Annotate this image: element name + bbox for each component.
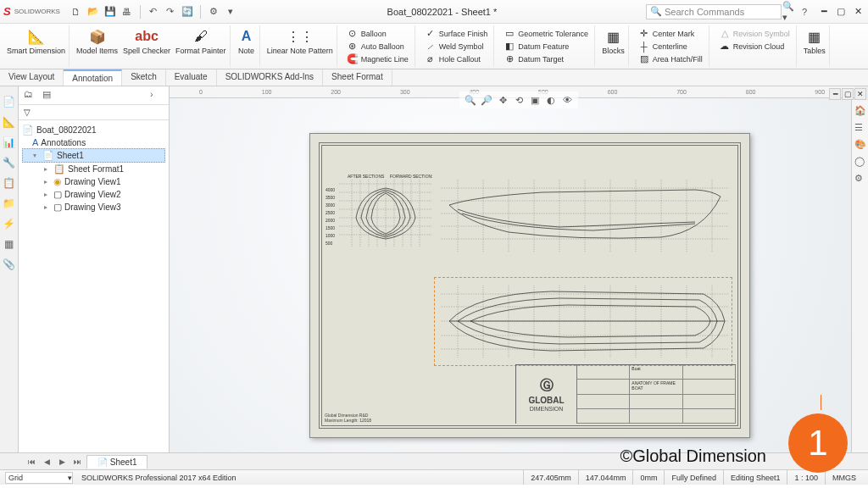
dropdown-icon[interactable]: ▾ xyxy=(223,4,238,19)
filter-icon[interactable]: ▽ xyxy=(24,108,31,117)
tree-root[interactable]: 📄Boat_08022021 xyxy=(22,124,165,136)
save-icon[interactable]: 💾 xyxy=(103,4,118,19)
datum-feature-button[interactable]: ◧Datum Feature xyxy=(501,40,591,53)
edition-label: SOLIDWORKS Professional 2017 x64 Edition xyxy=(81,474,236,482)
linear-note-pattern-button[interactable]: ⋮⋮Linear Note Pattern xyxy=(267,27,333,55)
ls-icon-4[interactable]: 🔧 xyxy=(3,156,16,169)
hole-callout-button[interactable]: ⌀Hole Callout xyxy=(422,53,491,65)
section-icon[interactable]: ▣ xyxy=(528,93,542,107)
help-icon[interactable]: ? xyxy=(797,4,812,19)
ls-icon-1[interactable]: 📄 xyxy=(3,95,16,108)
ls-icon-7[interactable]: ⚡ xyxy=(3,217,16,230)
weld-symbol-button[interactable]: ⟋Weld Symbol xyxy=(422,40,491,53)
tree-tab-config-icon[interactable]: ▤ xyxy=(42,89,56,103)
geometric-tolerance-button[interactable]: ▭Geometric Tolerance xyxy=(501,27,591,40)
sheet-nav-last-icon[interactable]: ⏭ xyxy=(71,456,83,468)
magnetic-line-button[interactable]: 🧲Magnetic Line xyxy=(344,53,411,65)
sheet-tab-1[interactable]: 📄 Sheet1 xyxy=(86,455,147,469)
surface-finish-button[interactable]: ✓Surface Finish xyxy=(422,27,491,40)
centerline-button[interactable]: ┼Centerline xyxy=(636,40,705,53)
revision-cloud-button[interactable]: ☁Revision Cloud xyxy=(716,40,793,53)
note-button[interactable]: ANote xyxy=(237,27,256,55)
blocks-button[interactable]: ▦Blocks xyxy=(602,27,625,55)
right-toolbar: 🏠 ☰ 🎨 ◯ ⚙ xyxy=(851,100,868,452)
rebuild-icon[interactable]: 🔄 xyxy=(180,4,195,19)
tree-view3[interactable]: ▸▢Drawing View3 xyxy=(22,201,165,214)
view-toolbar: 🔍 🔎 ✥ ⟲ ▣ ◐ 👁 xyxy=(459,92,578,108)
rs-home-icon[interactable]: 🏠 xyxy=(854,105,866,117)
print-icon[interactable]: 🖶 xyxy=(120,4,135,19)
drawing-view-sections[interactable]: AFTER SECTIONS FORWARD SECTIONS xyxy=(339,171,432,264)
ls-icon-2[interactable]: 📐 xyxy=(3,115,16,129)
tab-evaluate[interactable]: Evaluate xyxy=(166,69,217,86)
redo-icon[interactable]: ↷ xyxy=(163,4,178,19)
zoom-fit-icon[interactable]: 🔍 xyxy=(464,93,477,107)
balloon-button[interactable]: ⊙Balloon xyxy=(344,27,411,40)
sheet-nav-prev-icon[interactable]: ◀ xyxy=(41,456,53,468)
revision-symbol-button: △Revision Symbol xyxy=(716,27,793,40)
ls-icon-3[interactable]: 📊 xyxy=(3,136,16,149)
tree-sheet1[interactable]: ▾📄Sheet1 xyxy=(22,148,165,163)
display-style-icon[interactable]: ◐ xyxy=(544,93,558,107)
area-hatch-button[interactable]: ▨Area Hatch/Fill xyxy=(636,53,705,65)
zoom-area-icon[interactable]: 🔎 xyxy=(480,93,493,107)
format-painter-button[interactable]: 🖌Format Painter xyxy=(175,27,226,55)
rs-custom-icon[interactable]: ⚙ xyxy=(854,173,866,185)
rs-decals-icon[interactable]: ◯ xyxy=(854,156,866,168)
smart-dimension-button[interactable]: 📐Smart Dimension xyxy=(7,27,65,55)
new-icon[interactable]: 🗋 xyxy=(69,4,84,19)
search-commands-input[interactable]: 🔍 Search Commands xyxy=(646,4,782,19)
tree-annotations[interactable]: AAnnotations xyxy=(22,136,165,148)
rs-layers-icon[interactable]: ☰ xyxy=(854,122,866,134)
app-logo-text: SOLIDWORKS xyxy=(14,8,60,15)
hide-show-icon[interactable]: 👁 xyxy=(560,93,574,107)
tree-expand-icon[interactable]: › xyxy=(150,89,164,103)
svg-text:AFTER SECTIONS: AFTER SECTIONS xyxy=(348,174,385,179)
tables-button[interactable]: ▦Tables xyxy=(804,27,826,55)
doc-close-icon[interactable]: ✕ xyxy=(854,88,866,100)
tree-view1[interactable]: ▸◉Drawing View1 xyxy=(22,175,165,188)
status-units[interactable]: MMGS xyxy=(825,470,863,485)
close-icon[interactable]: ✕ xyxy=(851,5,865,19)
options-icon[interactable]: ⚙ xyxy=(206,4,221,19)
title-block[interactable]: Ⓖ GLOBAL DIMENSION Boat ANATOMY OF FRAME… xyxy=(515,364,736,424)
maximize-icon[interactable]: ▢ xyxy=(834,5,848,19)
model-items-button[interactable]: 📦Model Items xyxy=(76,27,118,55)
drawing-view-profile[interactable] xyxy=(441,171,729,264)
rotate-icon[interactable]: ⟲ xyxy=(512,93,526,107)
drawing-sheet[interactable]: AFTER SECTIONS FORWARD SECTIONS xyxy=(309,133,750,438)
minimize-icon[interactable]: ━ xyxy=(817,5,831,19)
pan-icon[interactable]: ✥ xyxy=(496,93,509,107)
spell-checker-button[interactable]: abcSpell Checker xyxy=(123,27,170,55)
tab-addins[interactable]: SOLIDWORKS Add-Ins xyxy=(217,69,323,86)
ls-icon-5[interactable]: 📋 xyxy=(3,176,16,190)
search-dropdown-icon[interactable]: 🔍▾ xyxy=(782,4,797,19)
auto-balloon-button[interactable]: ⊛Auto Balloon xyxy=(344,40,411,53)
status-z: 0mm xyxy=(632,470,664,485)
tab-view-layout[interactable]: View Layout xyxy=(0,69,64,86)
tab-sketch[interactable]: Sketch xyxy=(122,69,166,86)
ls-icon-6[interactable]: 📁 xyxy=(3,197,16,210)
tab-annotation[interactable]: Annotation xyxy=(64,69,122,86)
ls-icon-8[interactable]: ▦ xyxy=(3,237,16,251)
ls-icon-9[interactable]: 📎 xyxy=(3,258,16,271)
grid-dropdown[interactable]: Grid▾ xyxy=(5,472,73,484)
tree-view2[interactable]: ▸▢Drawing View2 xyxy=(22,188,165,201)
tree-sheet-format[interactable]: ▸📋Sheet Format1 xyxy=(22,163,165,175)
datum-target-button[interactable]: ⊕Datum Target xyxy=(501,53,591,65)
center-mark-button[interactable]: ✛Center Mark xyxy=(636,27,705,40)
sheet-nav-first-icon[interactable]: ⏮ xyxy=(25,456,37,468)
sheet-nav-next-icon[interactable]: ▶ xyxy=(56,456,68,468)
search-placeholder: Search Commands xyxy=(665,7,744,17)
undo-icon[interactable]: ↶ xyxy=(146,4,161,19)
doc-max-icon[interactable]: ▢ xyxy=(842,88,854,100)
tab-sheet-format[interactable]: Sheet Format xyxy=(323,69,392,86)
rs-appearance-icon[interactable]: 🎨 xyxy=(854,139,866,151)
tree-tab-feature-icon[interactable]: 🗂 xyxy=(24,89,37,103)
status-defined: Fully Defined xyxy=(664,470,723,485)
doc-min-icon[interactable]: ━ xyxy=(829,88,841,100)
drawing-view-plan[interactable] xyxy=(441,281,729,362)
drawing-canvas[interactable]: 0100200300400500600700800900 🔍 🔎 ✥ ⟲ ▣ ◐… xyxy=(170,86,868,452)
open-icon[interactable]: 📂 xyxy=(86,4,101,19)
status-editing: Editing Sheet1 xyxy=(723,470,787,485)
